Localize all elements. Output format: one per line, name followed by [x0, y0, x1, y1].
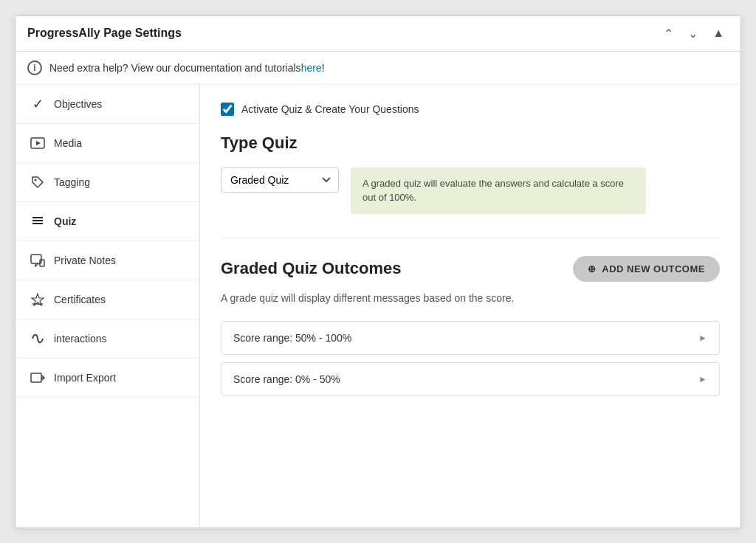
outcomes-header: Graded Quiz Outcomes ⊕ ADD NEW OUTCOME	[221, 256, 720, 282]
score-range-item-1[interactable]: Score range: 50% - 100% ►	[221, 321, 720, 355]
sidebar-item-media[interactable]: Media	[16, 124, 199, 163]
check-circle-icon	[29, 95, 47, 113]
sidebar-item-objectives[interactable]: Objectives	[16, 85, 199, 124]
add-outcome-label: ADD NEW OUTCOME	[602, 263, 705, 274]
sidebar-label-interactions: interactions	[54, 333, 107, 345]
plus-circle-icon: ⊕	[588, 263, 597, 274]
collapse-up-button[interactable]: ⌃	[659, 25, 678, 42]
widget-header: ProgressAlly Page Settings ⌃ ⌄ ▲	[16, 16, 740, 52]
tag-icon	[29, 173, 47, 191]
sidebar-item-import-export[interactable]: Import Export	[16, 359, 199, 398]
quiz-hint: A graded quiz will evaluate the answers …	[351, 167, 646, 214]
expand-button[interactable]: ▲	[708, 25, 729, 42]
activate-row: Activate Quiz & Create Your Questions	[221, 103, 720, 116]
outcomes-title: Graded Quiz Outcomes	[221, 259, 402, 278]
main-content: Activate Quiz & Create Your Questions Ty…	[200, 85, 740, 528]
chevron-right-icon-1: ►	[698, 333, 707, 343]
score-range-label-2: Score range: 0% - 50%	[233, 373, 340, 385]
info-bar: i Need extra help? View our documentatio…	[16, 52, 740, 85]
interactions-icon	[29, 330, 47, 347]
info-icon: i	[27, 60, 42, 75]
score-range-label-1: Score range: 50% - 100%	[233, 332, 351, 344]
widget-container: ProgressAlly Page Settings ⌃ ⌄ ▲ i Need …	[15, 15, 741, 528]
header-controls: ⌃ ⌄ ▲	[659, 25, 729, 42]
activate-checkbox[interactable]	[221, 103, 234, 116]
svg-rect-10	[31, 373, 41, 382]
quiz-icon	[29, 212, 47, 230]
sidebar-item-interactions[interactable]: interactions	[16, 319, 199, 359]
sidebar-label-private-notes: Private Notes	[54, 255, 116, 266]
sidebar-label-quiz: Quiz	[54, 215, 76, 227]
content-area: Objectives Media Taggi	[16, 85, 740, 528]
chevron-right-icon-2: ►	[698, 374, 707, 384]
certificates-icon	[29, 291, 47, 308]
add-outcome-button[interactable]: ⊕ ADD NEW OUTCOME	[573, 256, 720, 282]
import-export-icon	[29, 369, 47, 387]
sidebar-label-objectives: Objectives	[54, 98, 102, 110]
type-quiz-section: Type Quiz Graded Quiz Survey Practice Qu…	[221, 134, 720, 214]
divider	[221, 238, 720, 238]
activate-label: Activate Quiz & Create Your Questions	[241, 103, 419, 115]
svg-point-2	[35, 179, 37, 181]
sidebar-item-quiz[interactable]: Quiz	[16, 202, 199, 241]
sidebar-label-import-export: Import Export	[54, 372, 116, 384]
sidebar-label-media: Media	[54, 137, 82, 149]
sidebar-item-private-notes[interactable]: Private Notes	[16, 241, 199, 280]
type-quiz-title: Type Quiz	[221, 134, 720, 153]
collapse-down-button[interactable]: ⌄	[684, 25, 702, 42]
sidebar-item-tagging[interactable]: Tagging	[16, 163, 199, 202]
notes-icon	[29, 252, 47, 269]
quiz-type-row: Graded Quiz Survey Practice Quiz A grade…	[221, 167, 720, 214]
info-text-after: !	[322, 62, 325, 74]
outcomes-desc: A grade quiz will display different mess…	[221, 291, 720, 306]
quiz-type-select[interactable]: Graded Quiz Survey Practice Quiz	[221, 167, 339, 193]
sidebar: Objectives Media Taggi	[16, 85, 200, 528]
score-range-item-2[interactable]: Score range: 0% - 50% ►	[221, 362, 720, 396]
sidebar-item-certificates[interactable]: Certificates	[16, 280, 199, 319]
info-link[interactable]: here	[301, 62, 322, 74]
sidebar-label-certificates: Certificates	[54, 294, 106, 305]
widget-title: ProgressAlly Page Settings	[27, 27, 182, 40]
svg-marker-1	[36, 141, 41, 145]
info-text-before: Need extra help? View our documentation …	[49, 62, 301, 74]
sidebar-label-tagging: Tagging	[54, 176, 90, 188]
media-icon	[29, 134, 47, 152]
